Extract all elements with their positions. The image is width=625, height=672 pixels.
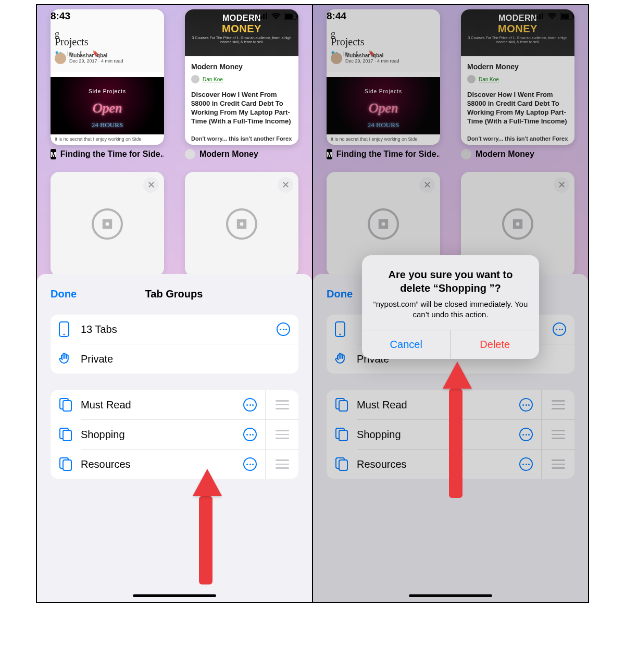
tab-title: Finding the Time for Side… xyxy=(60,150,164,159)
drag-handle-icon[interactable] xyxy=(265,450,298,479)
close-icon[interactable]: ✕ xyxy=(143,177,159,193)
status-indicators xyxy=(258,10,298,22)
compass-icon xyxy=(92,208,123,240)
svg-rect-6 xyxy=(297,15,298,18)
row-label: 13 Tabs xyxy=(81,323,277,335)
tab-title: Modern Money xyxy=(199,150,258,159)
alert-title: Are you sure you want to delete “Shoppin… xyxy=(372,268,529,295)
tab-card[interactable]: g Projects 🐦inf🔖 Mubashar IqbalDec 29, 2… xyxy=(51,9,164,159)
wifi-icon xyxy=(271,13,281,19)
alert-message: “nypost.com” will be closed immediately.… xyxy=(372,299,529,320)
svg-rect-5 xyxy=(285,14,293,19)
row-label: Must Read xyxy=(81,399,243,411)
tab-group-section-custom: Must Read Shopping Resources xyxy=(51,390,298,479)
signal-icon xyxy=(258,13,268,19)
iphone-icon xyxy=(59,321,81,337)
tab-card[interactable]: ✕ xyxy=(51,172,164,276)
rectangles-icon xyxy=(59,457,81,471)
home-indicator[interactable] xyxy=(133,594,216,597)
tab-thumbnail: MODERN MONEY 3 Courses For The Price of … xyxy=(185,9,298,145)
more-icon[interactable] xyxy=(243,398,257,412)
close-icon[interactable]: ✕ xyxy=(278,177,293,193)
rectangles-icon xyxy=(59,397,81,412)
battery-icon xyxy=(284,13,298,20)
drag-handle-icon[interactable] xyxy=(265,390,298,419)
cancel-button[interactable]: Cancel xyxy=(362,330,451,359)
compass-icon xyxy=(226,208,257,240)
tab-group-row-mustread[interactable]: Must Read xyxy=(51,390,298,419)
tab-card[interactable]: ✕ xyxy=(185,172,298,276)
row-label: Shopping xyxy=(81,429,243,441)
tab-thumbnail: g Projects 🐦inf🔖 Mubashar IqbalDec 29, 2… xyxy=(51,9,164,145)
favicon-icon: M xyxy=(51,149,56,159)
svg-rect-3 xyxy=(266,13,267,19)
delete-button[interactable]: Delete xyxy=(451,330,540,359)
svg-rect-1 xyxy=(260,16,262,19)
svg-rect-2 xyxy=(263,14,265,19)
tab-group-row-shopping[interactable]: Shopping xyxy=(51,420,298,449)
drag-handle-icon[interactable] xyxy=(265,420,298,449)
svg-rect-14 xyxy=(63,460,71,470)
annotation-arrow xyxy=(193,469,219,584)
tab-groups-sheet: Done Tab Groups 13 Tabs Private Must Rea… xyxy=(37,274,312,602)
delete-confirmation-alert: Are you sure you want to delete “Shoppin… xyxy=(362,255,539,359)
more-icon[interactable] xyxy=(243,428,257,441)
tab-group-row-resources[interactable]: Resources xyxy=(51,450,298,479)
status-bar: 8:43 xyxy=(37,10,312,22)
hand-icon xyxy=(59,352,81,366)
svg-rect-12 xyxy=(63,430,71,441)
tab-grid: g Projects 🐦inf🔖 Mubashar IqbalDec 29, 2… xyxy=(37,5,312,287)
svg-point-8 xyxy=(63,333,65,335)
status-time: 8:43 xyxy=(51,10,70,22)
phone-left: 8:43 g Projects 🐦inf🔖 Mubashar IqbalDec … xyxy=(37,5,312,602)
sheet-title: Tab Groups xyxy=(49,288,298,300)
annotation-arrow xyxy=(443,362,469,498)
svg-rect-10 xyxy=(63,401,71,411)
phone-right: 8:44 g Projects 🐦inf🔖 Mubashar IqbalDec … xyxy=(312,5,588,602)
rectangles-icon xyxy=(59,427,81,442)
tab-group-row-private[interactable]: Private xyxy=(51,344,298,374)
more-icon[interactable] xyxy=(277,322,290,336)
row-label: Private xyxy=(81,353,290,365)
svg-rect-0 xyxy=(258,17,259,19)
favicon-icon xyxy=(185,149,195,159)
tab-card[interactable]: MODERN MONEY 3 Courses For The Price of … xyxy=(185,9,298,159)
tab-group-row-all-tabs[interactable]: 13 Tabs xyxy=(51,315,298,344)
tab-group-section-local: 13 Tabs Private xyxy=(51,315,298,374)
more-icon[interactable] xyxy=(243,457,257,471)
